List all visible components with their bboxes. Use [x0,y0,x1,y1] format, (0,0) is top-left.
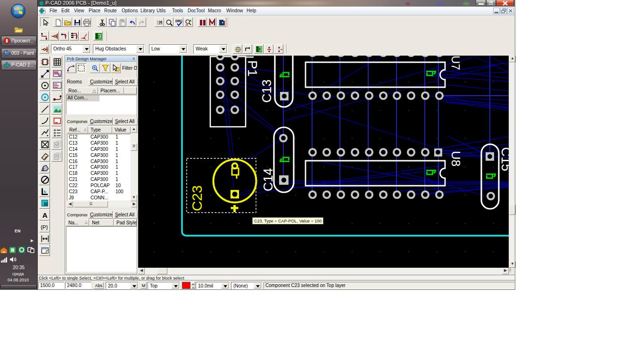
svg-text:M: M [58,74,61,77]
svg-text:A: A [42,211,48,219]
svg-text:{P}: {P} [41,224,48,230]
svg-text:C14: C14 [261,168,275,191]
svg-text:C23: C23 [189,185,205,211]
svg-text:C15: C15 [499,147,509,171]
svg-text:P1: P1 [245,60,260,76]
svg-text:P: P [11,249,13,252]
svg-text:C13: C13 [260,79,274,103]
svg-text:U8: U8 [449,151,463,166]
svg-text:C23, Type = CAP-POL, Value = 1: C23, Type = CAP-POL, Value = 100 [254,219,322,223]
svg-text:U7: U7 [449,56,462,70]
